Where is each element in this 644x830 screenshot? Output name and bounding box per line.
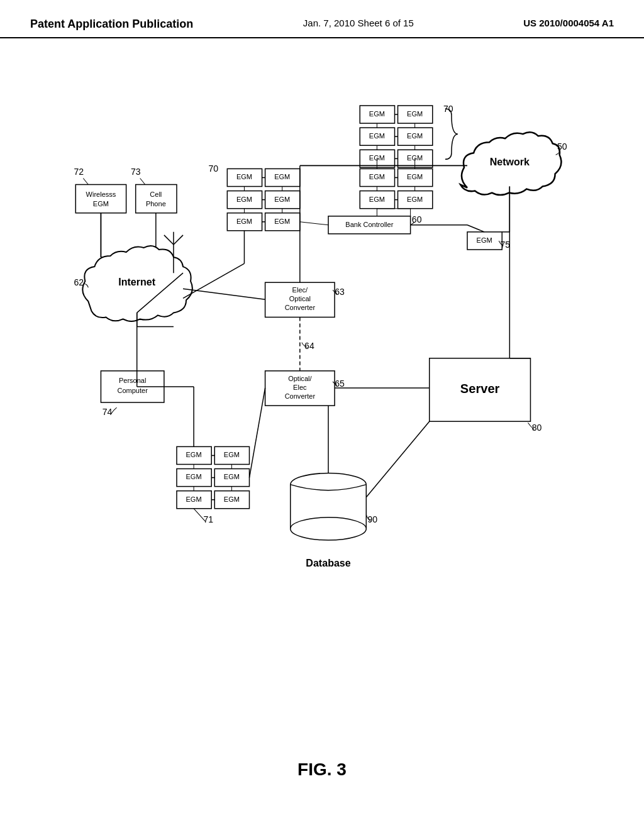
svg-text:EGM: EGM bbox=[477, 236, 492, 244]
publication-title: Patent Application Publication bbox=[30, 18, 193, 31]
svg-text:Bank Controller: Bank Controller bbox=[345, 221, 393, 228]
patent-number: US 2010/0004054 A1 bbox=[523, 18, 614, 28]
svg-text:64: 64 bbox=[304, 341, 314, 351]
svg-text:80: 80 bbox=[532, 423, 542, 433]
svg-text:EGM: EGM bbox=[407, 110, 423, 118]
diagram-area: EGM EGM EGM EGM EGM EGM 70 EGM EGM bbox=[38, 75, 606, 717]
svg-line-69 bbox=[174, 235, 183, 245]
svg-text:EGM: EGM bbox=[369, 196, 385, 203]
svg-text:Elec/: Elec/ bbox=[292, 286, 308, 294]
svg-text:EGM: EGM bbox=[93, 200, 109, 208]
svg-text:Database: Database bbox=[306, 557, 350, 568]
svg-text:EGM: EGM bbox=[274, 173, 290, 180]
svg-text:73: 73 bbox=[131, 167, 141, 177]
page-header: Patent Application Publication Jan. 7, 2… bbox=[0, 0, 644, 38]
sheet-info: Jan. 7, 2010 Sheet 6 of 15 bbox=[303, 18, 414, 28]
svg-rect-59 bbox=[75, 185, 126, 213]
svg-text:EGM: EGM bbox=[236, 218, 252, 225]
svg-line-58 bbox=[300, 222, 328, 225]
svg-text:EGM: EGM bbox=[369, 110, 385, 118]
patent-diagram: EGM EGM EGM EGM EGM EGM 70 EGM EGM bbox=[38, 75, 606, 717]
svg-text:Converter: Converter bbox=[285, 392, 316, 400]
svg-rect-63 bbox=[136, 185, 177, 213]
svg-line-104 bbox=[183, 289, 265, 299]
svg-text:Personal: Personal bbox=[119, 377, 147, 384]
svg-line-146 bbox=[249, 388, 265, 478]
svg-text:72: 72 bbox=[74, 167, 84, 177]
svg-text:Phone: Phone bbox=[146, 200, 166, 208]
svg-text:Server: Server bbox=[460, 382, 500, 396]
svg-text:Network: Network bbox=[490, 156, 530, 167]
svg-text:71: 71 bbox=[203, 514, 213, 524]
figure-caption: FIG. 3 bbox=[297, 760, 347, 780]
svg-text:Internet: Internet bbox=[118, 276, 156, 287]
svg-text:70: 70 bbox=[208, 163, 218, 174]
svg-text:EGM: EGM bbox=[407, 173, 423, 180]
svg-text:Optical: Optical bbox=[289, 295, 311, 302]
svg-text:EGM: EGM bbox=[236, 173, 252, 180]
svg-line-68 bbox=[164, 235, 174, 245]
svg-text:Computer: Computer bbox=[117, 387, 148, 394]
svg-line-124 bbox=[366, 421, 429, 497]
svg-text:EGM: EGM bbox=[369, 173, 385, 180]
svg-text:EGM: EGM bbox=[186, 495, 202, 503]
svg-line-108 bbox=[467, 225, 484, 232]
svg-point-121 bbox=[291, 517, 367, 540]
page: Patent Application Publication Jan. 7, 2… bbox=[0, 0, 644, 830]
svg-text:Elec: Elec bbox=[293, 384, 307, 391]
svg-text:EGM: EGM bbox=[369, 132, 385, 140]
svg-text:EGM: EGM bbox=[407, 196, 423, 203]
svg-text:63: 63 bbox=[335, 287, 345, 297]
svg-text:EGM: EGM bbox=[236, 196, 252, 203]
svg-text:EGM: EGM bbox=[224, 495, 240, 503]
svg-text:EGM: EGM bbox=[224, 473, 240, 480]
svg-text:74: 74 bbox=[103, 407, 113, 417]
svg-text:EGM: EGM bbox=[274, 218, 290, 225]
svg-text:EGM: EGM bbox=[186, 473, 202, 480]
svg-text:EGM: EGM bbox=[224, 451, 240, 458]
svg-text:EGM: EGM bbox=[186, 451, 202, 458]
svg-text:50: 50 bbox=[557, 141, 567, 152]
svg-text:70: 70 bbox=[443, 104, 453, 114]
svg-text:Wirelesss: Wirelesss bbox=[86, 191, 116, 199]
svg-text:Converter: Converter bbox=[285, 304, 316, 311]
svg-text:65: 65 bbox=[335, 379, 345, 389]
svg-text:EGM: EGM bbox=[407, 132, 423, 140]
svg-text:Optical/: Optical/ bbox=[288, 375, 312, 382]
svg-text:Cell: Cell bbox=[150, 191, 162, 199]
svg-text:62: 62 bbox=[74, 277, 84, 287]
svg-text:EGM: EGM bbox=[274, 196, 290, 203]
